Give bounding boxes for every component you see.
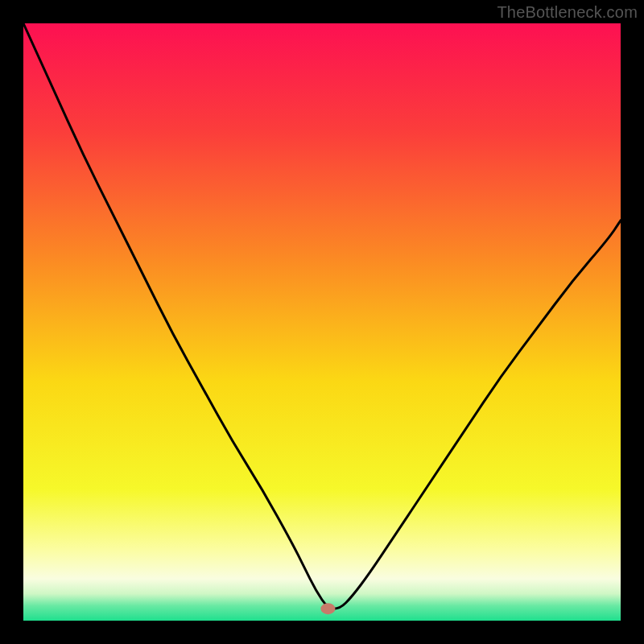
marker-dot (320, 603, 335, 614)
gradient-background (23, 23, 621, 621)
watermark-text: TheBottleneck.com (497, 3, 638, 22)
chart-svg (23, 23, 621, 621)
chart-area (23, 23, 621, 621)
